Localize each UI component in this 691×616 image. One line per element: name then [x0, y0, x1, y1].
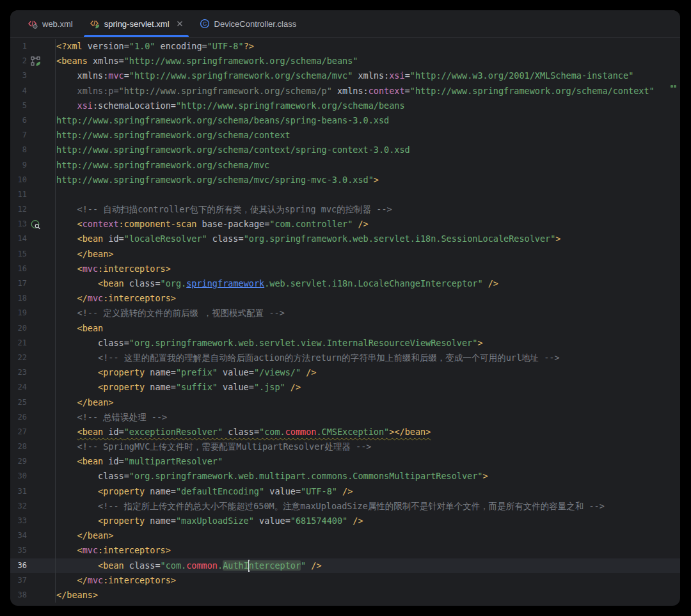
tab-spring-servlet-xml[interactable]: spring-servlet.xml	[81, 10, 191, 37]
code-line-38[interactable]: 38</beans>	[10, 588, 680, 603]
code-text: <context:component-scan base-package="co…	[55, 217, 680, 232]
code-text: <bean id="localeResolver" class="org.spr…	[55, 232, 680, 246]
line-number[interactable]: 9	[10, 158, 27, 173]
code-line-21[interactable]: 21 class="org.springframework.web.servle…	[10, 336, 680, 351]
code-line-6[interactable]: 6http://www.springframework.org/schema/b…	[10, 113, 680, 128]
code-line-12[interactable]: 12 <!-- 自动扫描controller包下的所有类，使其认为spring …	[10, 202, 680, 217]
code-line-24[interactable]: 24 <property name="suffix" value=".jsp" …	[10, 380, 680, 395]
code-line-1[interactable]: 1<?xml version="1.0" encoding="UTF-8"?>	[10, 39, 680, 54]
line-number[interactable]: 30	[10, 469, 27, 484]
line-number[interactable]: 22	[10, 351, 27, 365]
code-text: <property name="prefix" value="/views/" …	[55, 365, 680, 380]
code-line-23[interactable]: 23 <property name="prefix" value="/views…	[10, 365, 680, 380]
line-number[interactable]: 10	[10, 173, 27, 187]
editor[interactable]: 1<?xml version="1.0" encoding="UTF-8"?>2…	[10, 38, 680, 603]
code-text: <!-- SpringMVC上传文件时，需要配置MultipartResolve…	[55, 439, 680, 454]
code-line-31[interactable]: 31 <property name="defaultEncoding" valu…	[10, 484, 680, 499]
gutter	[27, 113, 55, 128]
line-number[interactable]: 5	[10, 99, 27, 113]
line-number[interactable]: 19	[10, 306, 27, 320]
code-line-16[interactable]: 16 <mvc:interceptors>	[10, 262, 680, 276]
close-tab-icon[interactable]	[177, 20, 183, 27]
gutter	[27, 469, 55, 484]
line-number[interactable]: 36	[10, 558, 27, 573]
line-number[interactable]: 33	[10, 514, 27, 528]
line-number[interactable]: 1	[10, 39, 27, 54]
code-line-29[interactable]: 29 <bean id="multipartResolver"	[10, 454, 680, 469]
code-line-5[interactable]: 5 xsi:schemaLocation="http://www.springf…	[10, 99, 680, 113]
line-number[interactable]: 3	[10, 68, 27, 83]
line-number[interactable]: 2	[10, 54, 27, 68]
line-number[interactable]: 7	[10, 128, 27, 143]
line-number[interactable]: 15	[10, 247, 27, 262]
spring-beans-icon[interactable]	[27, 54, 55, 68]
code-line-30[interactable]: 30 class="org.springframework.web.multip…	[10, 469, 680, 484]
code-line-4[interactable]: 4 xmlns:p="http://www.springframework.or…	[10, 84, 680, 99]
line-number[interactable]: 13	[10, 217, 27, 232]
line-number[interactable]: 11	[10, 187, 27, 202]
line-number[interactable]: 23	[10, 365, 27, 380]
line-number[interactable]: 35	[10, 543, 27, 558]
code-line-15[interactable]: 15 </bean>	[10, 247, 680, 262]
code-line-8[interactable]: 8http://www.springframework.org/schema/c…	[10, 143, 680, 157]
gutter	[27, 39, 55, 54]
code-text: <!-- 定义跳转的文件的前后缀 ，视图模式配置 -->	[55, 306, 680, 320]
code-text: <beans xmlns="http://www.springframework…	[55, 54, 680, 68]
code-line-13[interactable]: 13 <context:component-scan base-package=…	[10, 217, 680, 232]
code-line-32[interactable]: 32 <!-- 指定所上传文件的总大小不能超过650M。注意maxUploadS…	[10, 499, 680, 514]
line-number[interactable]: 26	[10, 410, 27, 425]
ide-window: web.xml spring-servlet.xml	[10, 10, 680, 606]
line-number[interactable]: 38	[10, 588, 27, 603]
line-number[interactable]: 28	[10, 439, 27, 454]
code-line-26[interactable]: 26 <!-- 总错误处理 -->	[10, 410, 680, 425]
line-number[interactable]: 27	[10, 425, 27, 439]
editor-tab-bar: web.xml spring-servlet.xml	[10, 10, 680, 38]
line-number[interactable]: 25	[10, 395, 27, 410]
code-line-37[interactable]: 37 </mvc:interceptors>	[10, 573, 680, 588]
code-text: class="org.springframework.web.multipart…	[55, 469, 680, 484]
code-line-28[interactable]: 28 <!-- SpringMVC上传文件时，需要配置MultipartReso…	[10, 439, 680, 454]
tab-web-xml[interactable]: web.xml	[19, 10, 81, 37]
gutter	[27, 543, 55, 558]
line-number[interactable]: 12	[10, 202, 27, 217]
line-number[interactable]: 6	[10, 113, 27, 128]
line-number[interactable]: 8	[10, 143, 27, 157]
line-number[interactable]: 32	[10, 499, 27, 514]
code-line-2[interactable]: 2<beans xmlns="http://www.springframewor…	[10, 54, 680, 68]
gutter	[27, 306, 55, 320]
code-line-18[interactable]: 18 </mvc:interceptors>	[10, 291, 680, 306]
code-line-36[interactable]: 36 <bean class="com.common.AuthIntercept…	[10, 558, 680, 573]
gutter	[27, 202, 55, 217]
line-number[interactable]: 16	[10, 262, 27, 276]
code-line-11[interactable]: 11	[10, 187, 680, 202]
line-number[interactable]: 14	[10, 232, 27, 246]
line-number[interactable]: 17	[10, 276, 27, 291]
code-line-7[interactable]: 7http://www.springframework.org/schema/c…	[10, 128, 680, 143]
line-number[interactable]: 34	[10, 528, 27, 543]
code-line-25[interactable]: 25 </bean>	[10, 395, 680, 410]
line-number[interactable]: 4	[10, 84, 27, 99]
line-number[interactable]: 37	[10, 573, 27, 588]
code-line-33[interactable]: 33 <property name="maxUploadSize" value=…	[10, 514, 680, 528]
line-number[interactable]: 20	[10, 321, 27, 336]
code-line-22[interactable]: 22 <!-- 这里的配置我的理解是自动给后面action的方法return的字…	[10, 351, 680, 365]
code-line-17[interactable]: 17 <bean class="org.springframework.web.…	[10, 276, 680, 291]
code-line-34[interactable]: 34 </bean>	[10, 528, 680, 543]
code-line-9[interactable]: 9http://www.springframework.org/schema/m…	[10, 158, 680, 173]
line-number[interactable]: 24	[10, 380, 27, 395]
line-number[interactable]: 31	[10, 484, 27, 499]
code-line-3[interactable]: 3 xmlns:mvc="http://www.springframework.…	[10, 68, 680, 83]
error-stripe-mark[interactable]	[671, 85, 673, 88]
code-line-20[interactable]: 20 <bean	[10, 321, 680, 336]
tab-devicecontroller-class[interactable]: C DeviceController.class	[191, 10, 305, 37]
code-line-35[interactable]: 35 <mvc:interceptors>	[10, 543, 680, 558]
code-line-27[interactable]: 27 <bean id="exceptionResolver" class="c…	[10, 425, 680, 439]
code-line-10[interactable]: 10http://www.springframework.org/schema/…	[10, 173, 680, 187]
line-number[interactable]: 21	[10, 336, 27, 351]
gutter	[27, 291, 55, 306]
component-scan-icon[interactable]	[27, 217, 55, 232]
line-number[interactable]: 29	[10, 454, 27, 469]
line-number[interactable]: 18	[10, 291, 27, 306]
code-line-19[interactable]: 19 <!-- 定义跳转的文件的前后缀 ，视图模式配置 -->	[10, 306, 680, 320]
code-line-14[interactable]: 14 <bean id="localeResolver" class="org.…	[10, 232, 680, 246]
